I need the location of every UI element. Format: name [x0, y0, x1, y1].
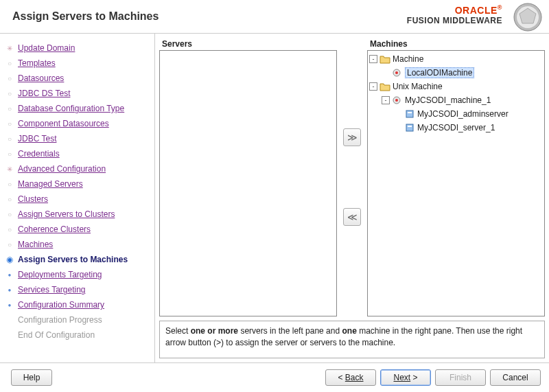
- step-label: Coherence Clusters: [18, 224, 91, 234]
- step-label: JDBC Test: [18, 134, 56, 143]
- tree-toggle[interactable]: -: [382, 96, 390, 104]
- step-status-icon: [4, 133, 15, 144]
- svg-rect-8: [408, 112, 412, 113]
- step-label: Datasources: [18, 73, 64, 83]
- step-label: Machines: [18, 240, 53, 249]
- step-status-icon: [4, 103, 15, 114]
- wizard-step[interactable]: Deployments Targeting: [4, 267, 150, 282]
- step-status-icon: [4, 330, 15, 341]
- wizard-footer: Help < Back Next > Finish Cancel: [0, 363, 549, 392]
- step-label: Database Configuration Type: [18, 104, 124, 113]
- step-status-icon: [4, 314, 15, 325]
- wizard-step[interactable]: Assign Servers to Clusters: [4, 207, 150, 222]
- step-status-icon: [4, 209, 15, 220]
- chevron-right-icon: ≫: [347, 132, 358, 143]
- content-area: Servers ≫ ≪ Machines -MachineLocalODIMac…: [154, 34, 549, 362]
- tree-node-label: MyJCSODI_machine_1: [405, 95, 491, 105]
- wizard-step[interactable]: Coherence Clusters: [4, 222, 150, 237]
- folder-icon: [379, 54, 390, 64]
- wizard-step[interactable]: Templates: [4, 56, 150, 71]
- machines-pane: Machines -MachineLocalODIMachine-Unix Ma…: [367, 38, 545, 316]
- wizard-step[interactable]: Assign Servers to Machines: [4, 252, 150, 267]
- wizard-step[interactable]: JDBC DS Test: [4, 86, 150, 101]
- assign-right-button[interactable]: ≫: [343, 128, 361, 146]
- svg-rect-9: [406, 124, 413, 131]
- wizard-header: Assign Servers to Machines ORACLE® FUSIO…: [0, 0, 549, 33]
- machine-icon: [392, 95, 403, 105]
- step-label: JDBC DS Test: [18, 89, 70, 98]
- tree-node[interactable]: -Unix Machine: [369, 80, 543, 93]
- step-status-icon: [4, 118, 15, 129]
- svg-rect-10: [408, 126, 412, 127]
- step-label: Deployments Targeting: [18, 270, 102, 279]
- wizard-step[interactable]: Clusters: [4, 192, 150, 207]
- machines-tree[interactable]: -MachineLocalODIMachine-Unix Machine-MyJ…: [367, 50, 545, 316]
- back-button[interactable]: < Back: [325, 369, 376, 386]
- step-label: Update Domain: [18, 43, 75, 53]
- servers-pane: Servers: [159, 38, 337, 316]
- machines-pane-title: Machines: [367, 38, 545, 50]
- tree-node-label: LocalODIMachine: [405, 67, 474, 78]
- step-label: Assign Servers to Machines: [18, 255, 128, 264]
- wizard-step[interactable]: JDBC Test: [4, 131, 150, 146]
- wizard-step[interactable]: Managed Servers: [4, 176, 150, 192]
- step-label: Advanced Configuration: [18, 164, 106, 174]
- step-status-icon: [4, 163, 15, 174]
- servers-pane-title: Servers: [159, 38, 337, 50]
- step-status-icon: [4, 194, 15, 205]
- wizard-step[interactable]: Datasources: [4, 71, 150, 86]
- brand-name: ORACLE: [455, 5, 498, 16]
- servers-listbox[interactable]: [159, 50, 337, 316]
- help-button[interactable]: Help: [11, 369, 52, 386]
- folder-icon: [379, 82, 390, 91]
- step-status-icon: [4, 239, 15, 250]
- wizard-step[interactable]: Services Targeting: [4, 282, 150, 297]
- step-label: Assign Servers to Clusters: [18, 209, 115, 219]
- tree-node[interactable]: LocalODIMachine: [369, 66, 543, 80]
- tree-node[interactable]: -MyJCSODI_machine_1: [369, 93, 543, 107]
- page-title: Assign Servers to Machines: [12, 10, 159, 23]
- step-label: Managed Servers: [18, 179, 83, 189]
- step-label: Services Targeting: [18, 285, 86, 295]
- brand-sub: FUSION MIDDLEWARE: [407, 16, 502, 25]
- wizard-step[interactable]: Machines: [4, 237, 150, 252]
- cancel-button[interactable]: Cancel: [490, 369, 541, 386]
- wizard-step[interactable]: Database Configuration Type: [4, 101, 150, 116]
- tree-node[interactable]: MyJCSODI_adminserver: [369, 107, 543, 121]
- server-icon: [404, 109, 415, 119]
- tree-node[interactable]: -Machine: [369, 52, 543, 66]
- wizard-steps-sidebar: Update DomainTemplatesDatasourcesJDBC DS…: [0, 34, 154, 362]
- step-status-icon: [4, 224, 15, 235]
- wizard-step: Configuration Progress: [4, 312, 150, 327]
- unassign-left-button[interactable]: ≪: [343, 208, 361, 226]
- step-status-icon: [4, 88, 15, 99]
- tree-toggle[interactable]: -: [369, 82, 377, 91]
- step-label: Configuration Summary: [18, 300, 104, 310]
- move-button-column: ≫ ≪: [341, 38, 363, 316]
- wizard-step[interactable]: Configuration Summary: [4, 297, 150, 312]
- hint-text: Select one or more servers in the left p…: [165, 326, 522, 347]
- tree-node-label: MyJCSODI_adminserver: [417, 109, 509, 119]
- wizard-step[interactable]: Credentials: [4, 146, 150, 161]
- step-label: End Of Configuration: [18, 330, 95, 340]
- step-status-icon: [4, 148, 15, 159]
- step-status-icon: [4, 58, 15, 69]
- brand-block: ORACLE® FUSION MIDDLEWARE: [407, 4, 502, 25]
- step-status-icon: [4, 299, 15, 310]
- wizard-step[interactable]: Component Datasources: [4, 116, 150, 131]
- wizard-step[interactable]: Advanced Configuration: [4, 161, 150, 176]
- svg-point-6: [395, 99, 398, 102]
- wizard-step[interactable]: Update Domain: [4, 41, 150, 56]
- step-label: Credentials: [18, 149, 60, 159]
- server-icon: [404, 123, 415, 132]
- tree-node-label: Unix Machine: [393, 82, 443, 91]
- svg-rect-7: [406, 111, 413, 117]
- step-status-icon: [4, 269, 15, 280]
- next-button[interactable]: Next >: [380, 369, 431, 386]
- svg-point-4: [395, 71, 398, 74]
- step-label: Clusters: [18, 194, 48, 204]
- tree-toggle[interactable]: -: [369, 55, 377, 63]
- tree-node[interactable]: MyJCSODI_server_1: [369, 121, 543, 135]
- step-label: Templates: [18, 58, 56, 68]
- brand-logo-icon: [513, 3, 542, 32]
